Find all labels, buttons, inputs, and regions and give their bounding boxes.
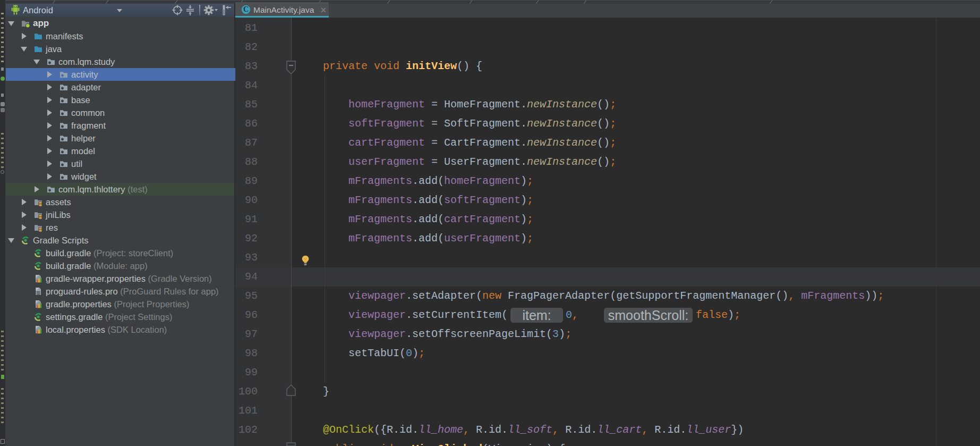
svg-text:C: C: [243, 5, 249, 13]
